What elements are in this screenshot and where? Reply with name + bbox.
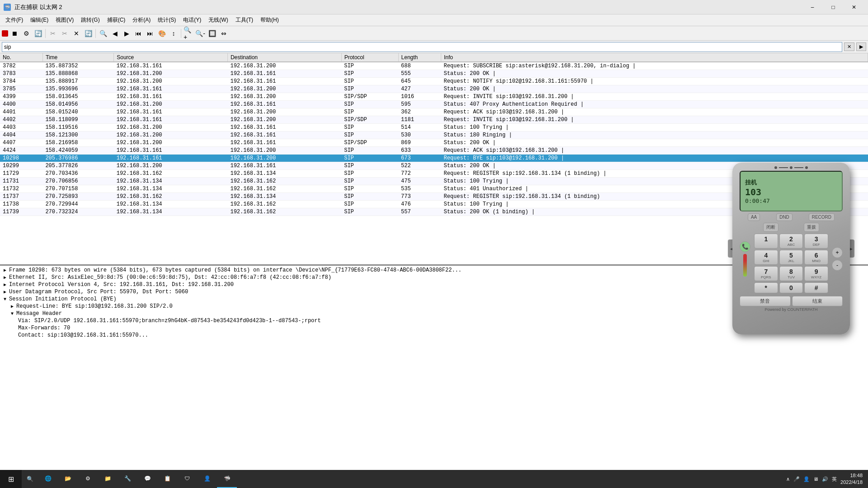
phone-key[interactable]: 1 (754, 234, 778, 249)
taskbar-app-wireshark[interactable]: 🦈 (217, 470, 237, 488)
start-button[interactable]: ⊞ (0, 470, 22, 488)
go-forward-button[interactable]: ▶ (121, 28, 132, 39)
cell-dst: 192.168.31.134 (227, 170, 341, 178)
menu-analyze[interactable]: 分析(A) (129, 14, 154, 26)
go-back-button[interactable]: ◀ (109, 28, 120, 39)
taskbar-app-misc[interactable]: 👤 (197, 470, 217, 488)
menu-tools[interactable]: 工具(T) (232, 14, 257, 26)
taskbar-app-settings[interactable]: ⚙ (78, 470, 98, 488)
menu-view[interactable]: 视图(V) (52, 14, 77, 26)
table-row[interactable]: 4404 158.121300 192.168.31.200 192.168.3… (0, 131, 868, 139)
taskbar-search-button[interactable]: 🔍 (22, 470, 38, 488)
phone-aa-btn[interactable]: AA (748, 213, 760, 221)
resize-columns-button[interactable]: ⇔ (218, 28, 229, 39)
find-button[interactable]: 🔍 (98, 28, 108, 39)
phone-key[interactable]: 0 (779, 282, 803, 293)
taskbar-mic-icon[interactable]: 🎤 (793, 476, 800, 482)
col-info[interactable]: Info (441, 53, 868, 62)
phone-end-btn[interactable]: 结束 (792, 296, 843, 306)
col-time[interactable]: Time (42, 53, 113, 62)
table-row[interactable]: 4403 158.119516 192.168.31.200 192.168.3… (0, 124, 868, 131)
filter-apply-button[interactable]: ▶ (856, 42, 866, 51)
col-source[interactable]: Source (114, 53, 228, 62)
menu-file[interactable]: 文件(F) (2, 14, 27, 26)
menu-wireless[interactable]: 无线(W) (205, 14, 231, 26)
colorize-button[interactable]: 🎨 (156, 28, 167, 39)
phone-key[interactable]: 2ABC (779, 234, 803, 249)
window-controls[interactable]: – □ ✕ (802, 0, 864, 14)
zoom-in-button[interactable]: 🔍+ (183, 28, 194, 39)
menu-edit[interactable]: 编辑(E) (27, 14, 52, 26)
taskbar-app-security[interactable]: 🛡 (177, 470, 197, 488)
phone-key[interactable]: 9WXYZ (804, 266, 828, 281)
taskbar-app-wechat[interactable]: 💬 (137, 470, 157, 488)
taskbar-up-arrow[interactable]: ∧ (786, 476, 790, 482)
table-row[interactable]: 4407 158.216958 192.168.31.200 192.168.3… (0, 139, 868, 147)
phone-mute-btn[interactable]: 禁音 (740, 296, 791, 306)
cell-dst: 192.168.31.200 (227, 93, 341, 101)
table-row[interactable]: 4402 158.118099 192.168.31.161 192.168.3… (0, 116, 868, 124)
filter-clear-button[interactable]: ✕ (844, 42, 854, 51)
capture-start-button[interactable]: 🔄 (33, 28, 43, 39)
go-first-button[interactable]: ⏮ (133, 28, 144, 39)
taskbar-clock[interactable]: 18:48 2022/4/18 (840, 472, 863, 486)
phone-key[interactable]: 3DEF (804, 234, 828, 249)
phone-key[interactable]: 8TUV (779, 266, 803, 281)
table-row[interactable]: 3782 135.887352 192.168.31.161 192.168.3… (0, 62, 868, 70)
phone-dnd-btn[interactable]: DND (776, 213, 793, 221)
table-row[interactable]: 3783 135.888868 192.168.31.200 192.168.3… (0, 70, 868, 78)
taskbar-app-edge[interactable]: 🌐 (38, 470, 58, 488)
table-row[interactable]: 4424 158.424059 192.168.31.161 192.168.3… (0, 147, 868, 155)
col-protocol[interactable]: Protocol (341, 53, 398, 62)
phone-key[interactable]: # (804, 282, 828, 293)
close-file-button[interactable]: ✕ (71, 28, 82, 39)
phone-vol-up[interactable]: + (832, 247, 843, 258)
phone-bottom-row: 禁音 结束 (740, 296, 843, 306)
taskbar-user-icon[interactable]: 👤 (803, 476, 810, 482)
close-button[interactable]: ✕ (844, 0, 864, 14)
taskbar-app-folder[interactable]: 📁 (98, 470, 118, 488)
taskbar-app-note[interactable]: 📋 (157, 470, 177, 488)
go-last-button[interactable]: ⏭ (145, 28, 156, 39)
autoscroll-button[interactable]: ↕ (168, 28, 179, 39)
col-length[interactable]: Length (398, 53, 441, 62)
phone-record-btn[interactable]: RECORD (809, 213, 835, 221)
phone-key[interactable]: 6MNO (804, 250, 828, 265)
zoom-reset-button[interactable]: 🔲 (207, 28, 217, 39)
taskbar-volume-icon[interactable]: 🔊 (822, 476, 828, 482)
taskbar-app-files[interactable]: 📂 (58, 470, 78, 488)
phone-key[interactable]: * (754, 282, 778, 293)
taskbar-network-icon[interactable]: 🖥 (813, 476, 818, 482)
table-row[interactable]: 3784 135.888917 192.168.31.200 192.168.3… (0, 78, 868, 85)
minimize-button[interactable]: – (802, 0, 823, 14)
menu-goto[interactable]: 跳转(G) (77, 14, 103, 26)
taskbar-app-tool[interactable]: 🔧 (118, 470, 137, 488)
phone-call-button[interactable]: 📞 (740, 241, 750, 252)
phone-key[interactable]: 4GHI (754, 250, 778, 265)
table-row[interactable]: 4400 158.014956 192.168.31.200 192.168.3… (0, 101, 868, 108)
col-destination[interactable]: Destination (227, 53, 341, 62)
table-row[interactable]: 10298 205.376986 192.168.31.161 192.168.… (0, 155, 868, 162)
reload-file-button[interactable]: 🔄 (83, 28, 94, 39)
zoom-out-button[interactable]: 🔍- (195, 28, 206, 39)
filter-input[interactable] (2, 42, 842, 52)
maximize-button[interactable]: □ (823, 0, 844, 14)
menu-phone[interactable]: 电话(Y) (179, 14, 205, 26)
phone-hold-btn[interactable]: 闭断 (763, 223, 778, 232)
col-no[interactable]: No. (0, 53, 42, 62)
capture-stop-button[interactable] (2, 30, 8, 37)
phone-key[interactable]: 7PQRS (754, 266, 778, 281)
phone-key[interactable]: 5JKL (779, 250, 803, 265)
menu-stats[interactable]: 统计(S) (154, 14, 179, 26)
capture-restart-button[interactable]: ⏹ (9, 28, 20, 39)
phone-vol-down[interactable]: - (832, 260, 843, 271)
table-row[interactable]: 3785 135.993696 192.168.31.161 192.168.3… (0, 85, 868, 93)
menu-capture[interactable]: 捕获(C) (104, 14, 129, 26)
table-row[interactable]: 4399 158.013645 192.168.31.161 192.168.3… (0, 93, 868, 101)
phone-redial-btn[interactable]: 重拨 (804, 223, 819, 232)
table-row[interactable]: 4401 158.015240 192.168.31.161 192.168.3… (0, 108, 868, 116)
menu-help[interactable]: 帮助(H) (257, 14, 283, 26)
capture-options-button[interactable]: ⚙ (21, 28, 32, 39)
taskbar-lang[interactable]: 英 (832, 476, 837, 483)
cell-len: 772 (398, 170, 441, 178)
